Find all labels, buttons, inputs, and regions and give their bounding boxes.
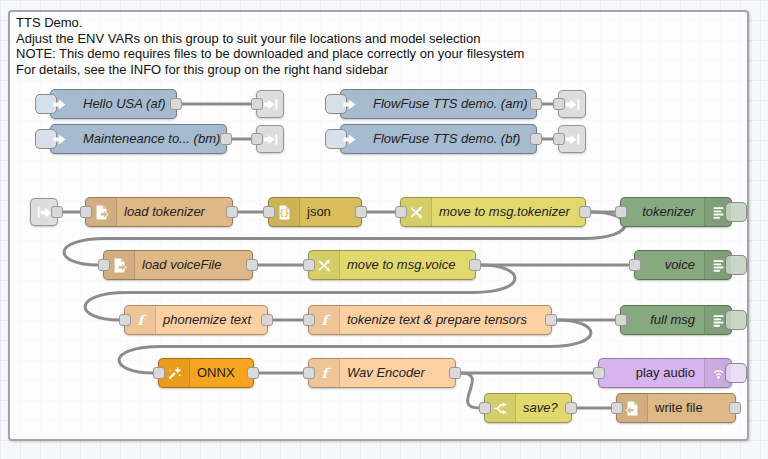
node-phonemize-text[interactable]: fphonemize text [124, 305, 268, 335]
wire-wav-encoder-to-save-switch[interactable] [461, 373, 479, 408]
port-out[interactable] [51, 206, 63, 218]
node-onnx[interactable]: ONNX [158, 358, 254, 388]
node-label: voice [665, 251, 695, 279]
node-wav-encoder[interactable]: fWav Encoder [308, 358, 456, 388]
node-full-msg-debug[interactable]: full msg [620, 305, 732, 335]
port-out[interactable] [579, 206, 591, 218]
node-json[interactable]: {}json [268, 197, 362, 227]
port-in[interactable] [395, 206, 407, 218]
port-out[interactable] [469, 259, 481, 271]
port-in[interactable] [119, 314, 131, 326]
port-out[interactable] [530, 133, 542, 145]
port-out[interactable] [449, 367, 461, 379]
node-label: tokenizer [642, 198, 695, 226]
port-out[interactable] [355, 206, 367, 218]
node-write-file[interactable]: write file [616, 393, 736, 423]
node-label: Mainteneance to... (bm) [83, 125, 220, 153]
node-label: move to msg.voice [347, 251, 455, 279]
node-move-to-msg-voice[interactable]: move to msg.voice [308, 250, 476, 280]
port-in[interactable] [153, 367, 165, 379]
inject-arrow-icon [341, 90, 358, 118]
port-in[interactable] [251, 98, 263, 110]
wire-layer [0, 0, 768, 459]
node-label: load tokenizer [124, 198, 205, 226]
node-label: FlowFuse TTS demo. (am) [373, 90, 528, 118]
inject-arrow-icon [51, 90, 68, 118]
port-in[interactable] [303, 259, 315, 271]
node-inject-maintenance[interactable]: Mainteneance to... (bm) [50, 124, 227, 154]
port-in[interactable] [251, 133, 263, 145]
svg-text:f: f [321, 312, 330, 328]
port-out[interactable] [545, 314, 557, 326]
flow-canvas[interactable]: TTS Demo. Adjust the ENV VARs on this gr… [0, 0, 768, 459]
port-in[interactable] [611, 402, 623, 414]
port-out[interactable] [170, 98, 182, 110]
port-in[interactable] [553, 133, 565, 145]
node-link-in-1[interactable] [30, 198, 58, 226]
port-in[interactable] [303, 314, 315, 326]
svg-text:{}: {} [279, 208, 289, 218]
node-move-to-msg-tokenizer[interactable]: move to msg.tokenizer [400, 197, 586, 227]
node-label: play audio [636, 359, 695, 387]
node-label: full msg [650, 306, 695, 334]
node-link-out-3[interactable] [558, 90, 586, 118]
port-in[interactable] [479, 402, 491, 414]
node-label: Hello USA (af) [83, 90, 166, 118]
port-in[interactable] [615, 206, 627, 218]
node-load-voicefile[interactable]: load voiceFile [103, 250, 253, 280]
audio-waves-icon [704, 359, 731, 387]
node-save-switch[interactable]: save? [484, 393, 572, 423]
node-label: load voiceFile [142, 251, 222, 279]
port-in[interactable] [263, 206, 275, 218]
node-voice-debug[interactable]: voice [634, 250, 732, 280]
node-tokenizer-debug[interactable]: tokenizer [620, 197, 732, 227]
node-label: json [307, 198, 331, 226]
port-in[interactable] [98, 259, 110, 271]
node-link-out-2[interactable] [256, 125, 284, 153]
node-label: Wav Encoder [347, 359, 425, 387]
port-in[interactable] [303, 367, 315, 379]
node-inject-flowfuse-bf[interactable]: FlowFuse TTS demo. (bf) [340, 124, 537, 154]
port-out[interactable] [247, 367, 259, 379]
port-in[interactable] [629, 259, 641, 271]
node-inject-flowfuse-am[interactable]: FlowFuse TTS demo. (am) [340, 89, 537, 119]
inject-arrow-icon [341, 125, 358, 153]
node-label: ONNX [197, 359, 235, 387]
debug-lines-icon [704, 251, 731, 279]
node-label: FlowFuse TTS demo. (bf) [373, 125, 520, 153]
node-label: save? [523, 394, 558, 422]
node-label: tokenize text & prepare tensors [347, 306, 527, 334]
node-play-audio[interactable]: play audio [598, 358, 732, 388]
port-out[interactable] [530, 98, 542, 110]
node-load-tokenizer[interactable]: load tokenizer [85, 197, 233, 227]
node-inject-hello-usa[interactable]: Hello USA (af) [50, 89, 177, 119]
port-in[interactable] [553, 98, 565, 110]
debug-lines-icon [704, 198, 731, 226]
node-link-out-4[interactable] [558, 125, 586, 153]
svg-text:f: f [321, 365, 330, 381]
port-out[interactable] [220, 133, 232, 145]
port-out[interactable] [729, 402, 741, 414]
port-out[interactable] [565, 402, 577, 414]
node-link-out-1[interactable] [256, 90, 284, 118]
port-in[interactable] [80, 206, 92, 218]
node-label: move to msg.tokenizer [439, 198, 570, 226]
inject-arrow-icon [51, 125, 68, 153]
port-in[interactable] [615, 314, 627, 326]
node-label: phonemize text [163, 306, 251, 334]
port-out[interactable] [226, 206, 238, 218]
svg-text:f: f [137, 312, 146, 328]
node-tokenize-text[interactable]: ftokenize text & prepare tensors [308, 305, 552, 335]
debug-lines-icon [704, 306, 731, 334]
port-out[interactable] [246, 259, 258, 271]
node-label: write file [655, 394, 703, 422]
port-in[interactable] [593, 367, 605, 379]
port-out[interactable] [261, 314, 273, 326]
